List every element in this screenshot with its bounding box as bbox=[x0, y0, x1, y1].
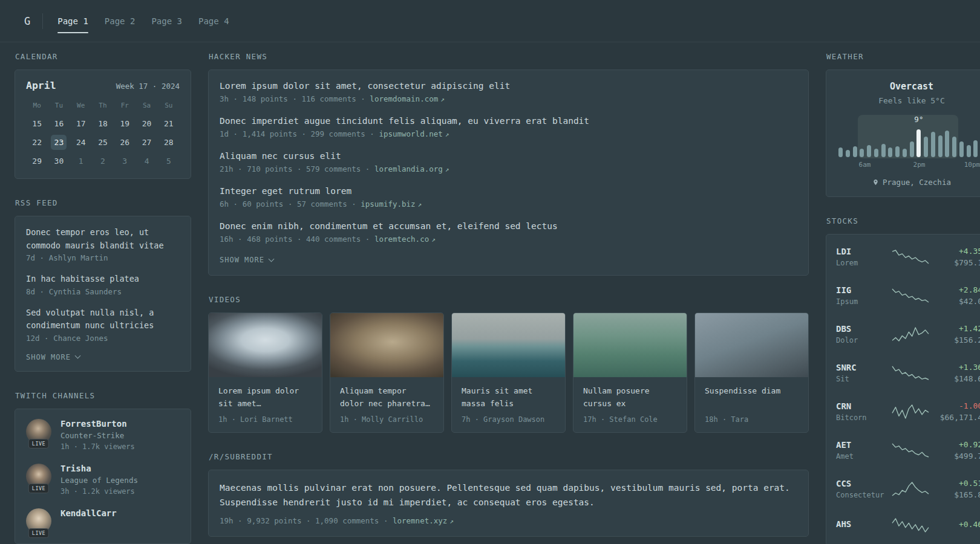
topbar: G Page 1 Page 2 Page 3 Page 4 bbox=[0, 0, 980, 42]
stock-ticker: SNRC bbox=[836, 363, 889, 372]
stock-price: $165.84 bbox=[932, 490, 980, 499]
video-title[interactable]: Suspendisse diam bbox=[705, 384, 799, 410]
video-title[interactable]: Nullam posuere cursus ex bbox=[583, 384, 677, 410]
stock-name: Lorem bbox=[836, 259, 889, 267]
post-source-link[interactable]: loremnet.xyz↗ bbox=[393, 516, 454, 525]
hn-story-title[interactable]: Integer eget rutrum lorem bbox=[220, 186, 797, 196]
stocks-widget: STOCKS LDI Lorem +4.35% $795.18 bbox=[826, 216, 980, 544]
twitch-channel[interactable]: LIVE Trisha League of Legends 3h · 1.2k … bbox=[26, 464, 180, 496]
hn-story: Aliquam nec cursus elit 21h · 710 points… bbox=[220, 151, 797, 173]
twitch-widget: TWITCH CHANNELS LIVE ForrestBurton Count… bbox=[15, 391, 191, 544]
hn-story-title[interactable]: Donec imperdiet augue tincidunt felis al… bbox=[220, 116, 797, 126]
channel-info: ForrestBurton Counter-Strike 1h · 1.7k v… bbox=[60, 419, 135, 451]
stock-values: +0.46% bbox=[932, 520, 980, 531]
stock-price: $148.64 bbox=[932, 374, 980, 383]
hn-list: Lorem ipsum dolor sit amet, consectetur … bbox=[220, 81, 797, 244]
stock-row[interactable]: IIG Ipsum +2.84% $42.04 bbox=[836, 276, 980, 315]
video-meta: 1h · Lori Barnett bbox=[218, 415, 312, 424]
channel-name[interactable]: ForrestBurton bbox=[60, 419, 135, 429]
video-thumbnail[interactable] bbox=[573, 313, 687, 377]
hacker-news-card: Lorem ipsum dolor sit amet, consectetur … bbox=[208, 70, 809, 276]
hn-story-source-link[interactable]: loremtech.co↗ bbox=[374, 235, 436, 244]
channel-name[interactable]: KendallCarr bbox=[60, 508, 117, 518]
video-thumbnail[interactable] bbox=[452, 313, 565, 377]
video-card[interactable]: Aliquam tempor dolor nec pharetra… 1h · … bbox=[330, 312, 444, 433]
channel-name[interactable]: Trisha bbox=[60, 464, 138, 473]
hacker-news-widget: HACKER NEWS Lorem ipsum dolor sit amet, … bbox=[208, 52, 809, 276]
twitch-channel[interactable]: LIVE ForrestBurton Counter-Strike 1h · 1… bbox=[26, 419, 180, 451]
page-tab[interactable]: Page 4 bbox=[198, 11, 229, 31]
calendar-grid: 15 16 17 18 19 20 21 bbox=[26, 116, 180, 169]
video-title[interactable]: Aliquam tempor dolor nec pharetra… bbox=[340, 384, 434, 410]
weather-hour-bar bbox=[931, 132, 935, 157]
video-card[interactable]: Lorem ipsum dolor sit amet consectetu… 1… bbox=[208, 312, 322, 433]
page-tab[interactable]: Page 2 bbox=[105, 11, 136, 31]
calendar-title-row: April Week 17 · 2024 bbox=[26, 80, 180, 91]
weather-time-label: 2pm bbox=[913, 161, 926, 169]
video-title[interactable]: Mauris sit amet massa felis bbox=[462, 384, 555, 410]
stock-ticker: AHS bbox=[836, 519, 889, 529]
channel-game[interactable]: League of Legends bbox=[60, 476, 138, 485]
channel-game[interactable]: Counter-Strike bbox=[60, 431, 135, 440]
video-thumbnail[interactable] bbox=[209, 313, 322, 377]
hn-story-title[interactable]: Aliquam nec cursus elit bbox=[220, 151, 797, 161]
stock-row[interactable]: CCS Consectetur +0.51% $165.84 bbox=[836, 470, 980, 508]
weather-hour-bar bbox=[945, 131, 949, 157]
stock-row[interactable]: CRN Bitcorn -1.00% $66,171.48 bbox=[836, 392, 980, 431]
stock-row[interactable]: AET Amet +0.92% $499.72 bbox=[836, 431, 980, 470]
stock-price: $795.18 bbox=[932, 258, 980, 267]
hn-story-source-link[interactable]: loremdomain.com↗ bbox=[370, 94, 445, 103]
hn-story-title[interactable]: Donec enim nibh, condimentum et accumsan… bbox=[220, 221, 797, 231]
stock-row[interactable]: SNRC Sit +1.36% $148.64 bbox=[836, 354, 980, 392]
current-temp-label: 9° bbox=[914, 115, 923, 124]
weather-hour-bar bbox=[867, 145, 871, 157]
stock-values: +4.35% $795.18 bbox=[932, 247, 980, 267]
chevron-down-icon bbox=[75, 353, 81, 359]
rss-card: Donec tempor eros leo, ut commodo mauris… bbox=[15, 216, 191, 372]
stock-values: +1.36% $148.64 bbox=[932, 363, 980, 383]
hn-story-source-link[interactable]: loremlandia.org↗ bbox=[374, 164, 449, 173]
show-more-button[interactable]: SHOW MORE bbox=[26, 353, 80, 361]
hn-story-source-link[interactable]: ipsumworld.net↗ bbox=[379, 129, 449, 138]
stock-id: SNRC Sit bbox=[836, 363, 889, 383]
hn-story-meta: 3h · 148 points · 116 comments · loremdo… bbox=[220, 94, 797, 103]
weather-time-label: 6am bbox=[859, 161, 871, 169]
post-domain: loremnet.xyz bbox=[393, 516, 447, 525]
stock-sparkline bbox=[889, 326, 932, 342]
twitch-channel[interactable]: LIVE KendallCarr bbox=[26, 508, 180, 534]
weather-widget: WEATHER Overcast Feels like 5°C 9° bbox=[826, 52, 980, 197]
video-thumbnail[interactable] bbox=[695, 313, 808, 377]
video-card[interactable]: Suspendisse diam 18h · Tara bbox=[694, 312, 809, 433]
hn-story-stats: 3h · 148 points · 116 comments · bbox=[220, 94, 370, 103]
stock-row[interactable]: DBS Dolor +1.42% $156.28 bbox=[836, 315, 980, 354]
stock-change: +0.92% bbox=[932, 440, 980, 449]
stock-row[interactable]: AHS +0.46% bbox=[836, 508, 980, 542]
subreddit-header: /R/SUBREDDIT bbox=[209, 452, 809, 461]
stock-row[interactable]: LDI Lorem +4.35% $795.18 bbox=[836, 238, 980, 276]
rss-item-title[interactable]: Donec tempor eros leo, ut commodo mauris… bbox=[26, 226, 180, 252]
video-card[interactable]: Mauris sit amet massa felis 7h · Grayson… bbox=[451, 312, 566, 433]
stock-price: $42.04 bbox=[932, 297, 980, 306]
calendar-week-year: Week 17 · 2024 bbox=[116, 82, 180, 91]
stock-sparkline bbox=[889, 249, 932, 265]
calendar-day: 2 bbox=[95, 154, 111, 169]
video-card[interactable]: Nullam posuere cursus ex 17h · Stefan Co… bbox=[573, 312, 687, 433]
show-more-button[interactable]: SHOW MORE bbox=[220, 256, 273, 264]
hn-story-meta: 6h · 60 points · 57 comments · ipsumify.… bbox=[220, 199, 797, 209]
rss-item: Donec tempor eros leo, ut commodo mauris… bbox=[26, 226, 180, 262]
hn-story-source-link[interactable]: ipsumify.biz↗ bbox=[361, 199, 422, 209]
weather-hour-bar bbox=[853, 146, 857, 157]
stock-values: +0.51% $165.84 bbox=[932, 479, 980, 499]
page-tab[interactable]: Page 1 bbox=[57, 11, 88, 31]
post-title[interactable]: Maecenas mollis pulvinar erat non posuer… bbox=[220, 481, 797, 510]
live-badge: LIVE bbox=[28, 484, 49, 493]
stock-sparkline bbox=[889, 442, 932, 458]
rss-item-title[interactable]: Sed volutpat nulla nisl, a condimentum n… bbox=[26, 306, 180, 332]
weather-location-text: Prague, Czechia bbox=[883, 178, 951, 187]
hn-story-title[interactable]: Lorem ipsum dolor sit amet, consectetur … bbox=[220, 81, 797, 91]
video-thumbnail[interactable] bbox=[330, 313, 443, 377]
video-title[interactable]: Lorem ipsum dolor sit amet consectetu… bbox=[218, 384, 312, 410]
page-tab[interactable]: Page 3 bbox=[151, 11, 182, 31]
video-meta: 1h · Molly Carrillo bbox=[340, 415, 434, 424]
rss-item-title[interactable]: In hac habitasse platea bbox=[26, 273, 180, 286]
